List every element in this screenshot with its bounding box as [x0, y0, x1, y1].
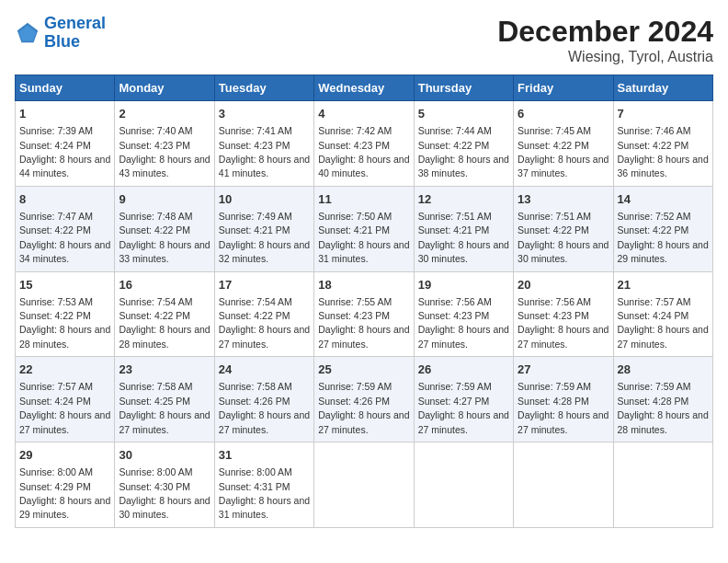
sunset: Sunset: 4:28 PM	[618, 396, 689, 407]
daylight: Daylight: 8 hours and 29 minutes.	[618, 239, 709, 264]
sunrise: Sunrise: 7:54 AM	[119, 296, 192, 307]
title-block: December 2024 Wiesing, Tyrol, Austria	[497, 15, 713, 65]
day-number: 15	[19, 277, 110, 293]
week-row-2: 8Sunrise: 7:47 AMSunset: 4:22 PMDaylight…	[16, 186, 713, 271]
day-number: 5	[418, 106, 509, 122]
sunrise: Sunrise: 7:41 AM	[219, 125, 292, 136]
day-number: 6	[518, 106, 609, 122]
sunrise: Sunrise: 7:44 AM	[418, 125, 492, 136]
daylight: Daylight: 8 hours and 33 minutes.	[119, 239, 210, 264]
sunrise: Sunrise: 7:56 AM	[518, 296, 591, 307]
calendar-cell: 27Sunrise: 7:59 AMSunset: 4:28 PMDayligh…	[514, 357, 613, 442]
day-number: 25	[318, 362, 409, 378]
sunset: Sunset: 4:26 PM	[318, 396, 390, 407]
sunrise: Sunrise: 7:54 AM	[219, 296, 292, 307]
calendar-cell: 1Sunrise: 7:39 AMSunset: 4:24 PMDaylight…	[16, 101, 115, 187]
day-number: 18	[318, 277, 409, 293]
day-number: 29	[19, 447, 110, 464]
calendar-cell: 4Sunrise: 7:42 AMSunset: 4:23 PMDaylight…	[314, 101, 414, 187]
sunrise: Sunrise: 7:51 AM	[518, 211, 591, 222]
sunrise: Sunrise: 7:45 AM	[518, 125, 591, 136]
daylight: Daylight: 8 hours and 30 minutes.	[418, 239, 509, 264]
sunset: Sunset: 4:24 PM	[19, 140, 91, 151]
daylight: Daylight: 8 hours and 34 minutes.	[19, 239, 110, 264]
sunrise: Sunrise: 7:59 AM	[418, 381, 492, 392]
sunset: Sunset: 4:24 PM	[19, 396, 91, 407]
daylight: Daylight: 8 hours and 37 minutes.	[518, 154, 609, 178]
daylight: Daylight: 8 hours and 30 minutes.	[119, 495, 210, 520]
sunset: Sunset: 4:23 PM	[318, 310, 390, 321]
week-row-3: 15Sunrise: 7:53 AMSunset: 4:22 PMDayligh…	[16, 271, 713, 357]
daylight: Daylight: 8 hours and 32 minutes.	[219, 239, 310, 264]
sunrise: Sunrise: 8:00 AM	[19, 466, 93, 477]
calendar-cell: 6Sunrise: 7:45 AMSunset: 4:22 PMDaylight…	[514, 101, 613, 187]
day-number: 12	[418, 191, 509, 208]
daylight: Daylight: 8 hours and 27 minutes.	[518, 409, 609, 434]
daylight: Daylight: 8 hours and 38 minutes.	[418, 154, 509, 178]
daylight: Daylight: 8 hours and 27 minutes.	[19, 409, 110, 434]
sunrise: Sunrise: 7:59 AM	[618, 381, 691, 392]
day-number: 30	[119, 447, 210, 464]
calendar-cell: 10Sunrise: 7:49 AMSunset: 4:21 PMDayligh…	[214, 186, 313, 271]
day-number: 14	[618, 191, 709, 208]
sunrise: Sunrise: 8:00 AM	[219, 466, 292, 477]
calendar-cell: 11Sunrise: 7:50 AMSunset: 4:21 PMDayligh…	[314, 186, 414, 271]
calendar-cell: 25Sunrise: 7:59 AMSunset: 4:26 PMDayligh…	[314, 357, 414, 442]
daylight: Daylight: 8 hours and 36 minutes.	[618, 154, 709, 178]
daylight: Daylight: 8 hours and 44 minutes.	[19, 154, 110, 178]
sunset: Sunset: 4:22 PM	[518, 224, 589, 236]
sunset: Sunset: 4:21 PM	[418, 224, 490, 236]
daylight: Daylight: 8 hours and 27 minutes.	[318, 409, 409, 434]
sunset: Sunset: 4:23 PM	[318, 140, 390, 151]
calendar-cell: 31Sunrise: 8:00 AMSunset: 4:31 PMDayligh…	[214, 442, 313, 528]
daylight: Daylight: 8 hours and 31 minutes.	[219, 495, 310, 520]
calendar-cell: 5Sunrise: 7:44 AMSunset: 4:22 PMDaylight…	[414, 101, 513, 187]
page-subtitle: Wiesing, Tyrol, Austria	[497, 49, 713, 65]
sunrise: Sunrise: 7:52 AM	[618, 211, 691, 222]
sunset: Sunset: 4:25 PM	[119, 396, 190, 407]
calendar-cell	[514, 442, 613, 528]
daylight: Daylight: 8 hours and 31 minutes.	[318, 239, 409, 264]
day-number: 16	[119, 277, 210, 293]
header-monday: Monday	[115, 75, 214, 101]
sunrise: Sunrise: 7:58 AM	[119, 381, 192, 392]
sunset: Sunset: 4:29 PM	[19, 481, 91, 492]
calendar-cell: 7Sunrise: 7:46 AMSunset: 4:22 PMDaylight…	[613, 101, 712, 187]
calendar-cell: 2Sunrise: 7:40 AMSunset: 4:23 PMDaylight…	[115, 101, 214, 187]
daylight: Daylight: 8 hours and 27 minutes.	[418, 324, 509, 349]
sunrise: Sunrise: 7:46 AM	[618, 125, 691, 136]
day-number: 26	[418, 362, 509, 378]
sunset: Sunset: 4:22 PM	[418, 140, 490, 151]
sunset: Sunset: 4:22 PM	[618, 140, 689, 151]
day-number: 13	[518, 191, 609, 208]
day-number: 27	[518, 362, 609, 378]
sunrise: Sunrise: 7:53 AM	[19, 296, 93, 307]
logo-icon	[15, 20, 40, 46]
page-header: General Blue December 2024 Wiesing, Tyro…	[15, 15, 713, 65]
calendar-cell	[613, 442, 712, 528]
day-number: 23	[119, 362, 210, 378]
calendar-cell	[314, 442, 414, 528]
sunrise: Sunrise: 7:55 AM	[318, 296, 392, 307]
calendar-cell	[414, 442, 513, 528]
header-row: SundayMondayTuesdayWednesdayThursdayFrid…	[16, 75, 713, 101]
sunrise: Sunrise: 7:39 AM	[19, 125, 93, 136]
sunset: Sunset: 4:23 PM	[518, 310, 589, 321]
sunrise: Sunrise: 7:57 AM	[618, 296, 691, 307]
logo: General Blue	[15, 15, 106, 52]
day-number: 4	[318, 106, 409, 122]
sunset: Sunset: 4:26 PM	[219, 396, 290, 407]
week-row-5: 29Sunrise: 8:00 AMSunset: 4:29 PMDayligh…	[16, 442, 713, 528]
logo-text: General Blue	[44, 15, 106, 52]
sunrise: Sunrise: 7:56 AM	[418, 296, 492, 307]
calendar-cell: 15Sunrise: 7:53 AMSunset: 4:22 PMDayligh…	[16, 271, 115, 357]
calendar-cell: 22Sunrise: 7:57 AMSunset: 4:24 PMDayligh…	[16, 357, 115, 442]
sunset: Sunset: 4:24 PM	[618, 310, 689, 321]
sunrise: Sunrise: 7:48 AM	[119, 211, 192, 222]
sunrise: Sunrise: 7:57 AM	[19, 381, 93, 392]
sunset: Sunset: 4:21 PM	[219, 224, 290, 236]
calendar-cell: 18Sunrise: 7:55 AMSunset: 4:23 PMDayligh…	[314, 271, 414, 357]
day-number: 28	[618, 362, 709, 378]
header-saturday: Saturday	[613, 75, 712, 101]
day-number: 22	[19, 362, 110, 378]
